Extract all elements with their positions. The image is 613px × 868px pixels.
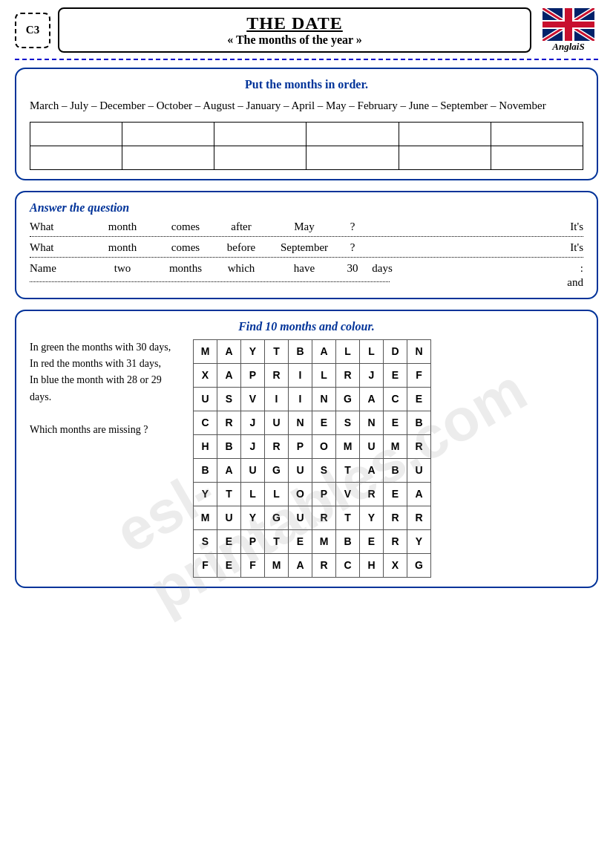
grid-cell: B [194,458,217,482]
grid-cell: S [312,458,336,482]
grid-row: SEPTEMBERY [194,529,431,553]
grid-cell: B [336,529,360,553]
q3-word3: months [156,262,215,275]
question1-row: What month comes after May ? It's [30,221,583,233]
grid-cell: Y [360,506,384,529]
grid-cell: U [241,458,265,482]
q2-word6: ? [341,241,364,254]
section3-title: Find 10 months and colour. [30,320,583,333]
grid-cell: B [384,458,407,482]
grid-row: MUYGURTYRR [194,506,431,529]
grid-row: USVIINGACE [194,387,431,411]
grid-cell: I [289,387,312,411]
grid-cell: T [265,529,289,553]
c3-badge: C3 [15,13,50,48]
table-cell[interactable] [214,146,306,169]
grid-cell: P [312,482,336,506]
grid-cell: R [312,553,336,577]
table-cell[interactable] [399,146,491,169]
anglais-label: AnglaiS [552,41,584,53]
grid-cell: F [194,553,217,577]
grid-cell: R [265,363,289,387]
q2-dotted-line [30,257,583,258]
q1-word7: It's [364,221,583,233]
table-cell[interactable] [306,146,399,169]
grid-cell: A [217,458,241,482]
q1-word4: after [215,221,267,233]
word-search-grid: MAYTBALLDNXAPRILRJEFUSVIINGACECRJUNESNEB… [193,339,431,578]
table-cell[interactable] [122,146,214,169]
q1-word1: What [30,221,89,233]
section2-title: Answer the question [30,201,583,215]
grid-cell: A [407,482,431,506]
table-cell[interactable] [30,146,122,169]
q2-word3: comes [156,241,215,254]
question3-row: Name two months which have 30 days : [30,262,583,275]
grid-cell: E [407,387,431,411]
table-cell[interactable] [491,122,583,146]
table-cell[interactable] [491,146,583,169]
q3-word6: 30 [341,262,364,275]
q2-word4: before [215,241,267,254]
grid-cell: R [265,434,289,458]
grid-cell: R [336,363,360,387]
grid-cell: L [265,482,289,506]
grid-cell: A [217,363,241,387]
grid-cell: U [360,434,384,458]
grid-cell: R [312,506,336,529]
main-title: THE DATE [82,13,508,33]
grid-cell: R [360,482,384,506]
q3-dotted-line [30,281,390,282]
q3-word4: which [215,262,267,275]
grid-row: BAUGUSTABU [194,458,431,482]
grid-cell: I [265,387,289,411]
header-title-box: THE DATE « The months of the year » [58,7,531,53]
grid-cell: D [384,339,407,363]
grid-cell: U [289,458,312,482]
grid-cell: A [360,387,384,411]
q3-word1: Name [30,262,89,275]
grid-cell: C [384,387,407,411]
question2-row: What month comes before September ? It's [30,241,583,254]
q3-word2: two [89,262,156,275]
grid-cell: F [241,553,265,577]
grid-cell: M [384,434,407,458]
table-cell[interactable] [122,122,214,146]
q3-answer-row: and [30,276,583,289]
grid-cell: T [336,458,360,482]
grid-cell: T [336,506,360,529]
grid-cell: M [336,434,360,458]
grid-cell: Y [407,529,431,553]
grid-cell: C [336,553,360,577]
section1-box: Put the months in order. March – July – … [15,68,598,180]
grid-cell: U [407,458,431,482]
months-list: March – July – December – October – Augu… [30,97,583,114]
q3-word7: days [364,262,401,275]
grid-cell: N [312,387,336,411]
grid-cell: B [407,411,431,434]
grid-cell: H [194,434,217,458]
q1-word6: ? [341,221,364,233]
grid-cell: O [289,482,312,506]
grid-cell: M [265,553,289,577]
instruction-line4: Which months are missing ? [30,422,178,438]
q1-word2: month [89,221,156,233]
grid-cell: E [217,529,241,553]
grid-cell: P [289,434,312,458]
q3-colon: : [401,262,583,275]
grid-cell: H [360,553,384,577]
order-table [30,122,583,170]
table-cell[interactable] [214,122,306,146]
grid-row: HBJRPOMUMR [194,434,431,458]
grid-cell: E [384,482,407,506]
grid-row: MAYTBALLDN [194,339,431,363]
main-subtitle: « The months of the year » [82,33,508,47]
table-cell[interactable] [30,122,122,146]
table-cell[interactable] [306,122,399,146]
q3-and-label: and [564,276,583,289]
table-cell[interactable] [399,122,491,146]
grid-cell: E [360,529,384,553]
grid-cell: U [194,387,217,411]
q1-dotted-line [30,236,583,237]
grid-cell: U [217,506,241,529]
